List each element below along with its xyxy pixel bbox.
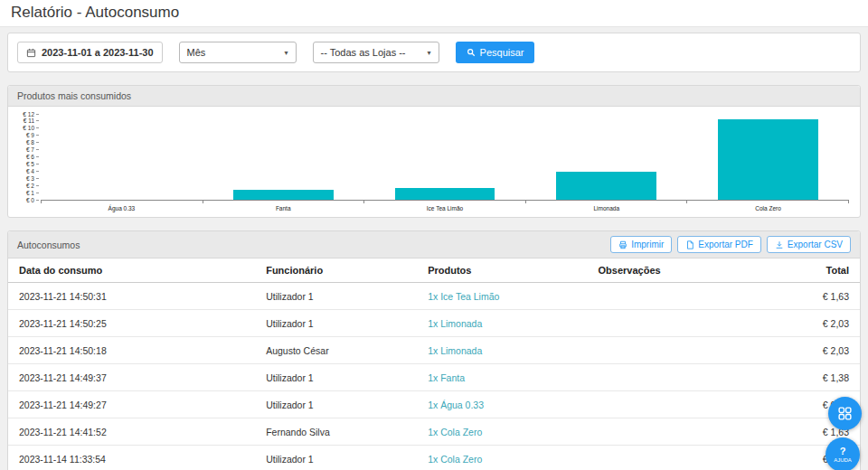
bar[interactable] [395, 188, 495, 200]
calendar-icon [26, 48, 36, 58]
print-button[interactable]: Imprimir [610, 236, 672, 253]
help-button-label: AJUDA [834, 456, 852, 464]
cell-observations [588, 364, 741, 391]
bar-slot [687, 114, 849, 200]
y-axis-tick-label: € 12 [23, 111, 39, 118]
cell-products[interactable]: 1x Cola Zero [417, 418, 587, 446]
chart-panel: Produtos mais consumidos € 0€ 1€ 2€ 3€ 4… [7, 85, 861, 218]
bar[interactable] [718, 119, 818, 200]
autoconsumos-table: Data do consumo Funcionário Produtos Obs… [8, 258, 860, 470]
cell-products[interactable]: 1x Cola Zero [417, 446, 587, 470]
cell-date: 2023-11-14 11:33:54 [8, 446, 255, 470]
autoconsumos-panel: Autoconsumos Imprimir Exportar PDF Expor… [7, 230, 861, 470]
bar-slot [41, 114, 203, 200]
col-header-total: Total [741, 258, 860, 283]
autoconsumos-panel-title: Autoconsumos [17, 240, 80, 250]
table-row: 2023-11-21 14:49:27Utilizador 11x Água 0… [8, 391, 860, 418]
period-select[interactable]: Mês ▾ [179, 42, 297, 63]
filter-bar: 2023-11-01 a 2023-11-30 Mês ▾ -- Todas a… [7, 33, 861, 72]
cell-date: 2023-11-21 14:50:31 [8, 283, 255, 310]
table-row: 2023-11-21 14:50:31Utilizador 11x Ice Te… [8, 283, 860, 310]
question-icon: ? [840, 446, 846, 456]
y-axis-tick-label: € 1 [26, 190, 39, 196]
y-axis-tick-label: € 6 [26, 154, 39, 160]
cell-employee: Fernando Silva [255, 418, 417, 446]
y-axis-tick-label: € 4 [26, 168, 39, 174]
date-range-value: 2023-11-01 a 2023-11-30 [42, 47, 154, 58]
bar-slot [364, 114, 526, 200]
export-csv-button[interactable]: Exportar CSV [767, 236, 851, 253]
chart-plot-area [41, 114, 849, 201]
cell-products[interactable]: 1x Água 0.33 [417, 391, 587, 418]
apps-button[interactable] [828, 397, 862, 430]
cell-employee: Augusto César [255, 337, 417, 364]
search-button-label: Pesquisar [480, 47, 524, 58]
chart-x-axis-labels: Água 0.33FantaIce Tea LimãoLimonadaCola … [41, 203, 849, 212]
bar-slot [525, 114, 687, 200]
x-axis-label: Ice Tea Limão [364, 203, 526, 212]
table-header-row: Data do consumo Funcionário Produtos Obs… [8, 258, 860, 283]
y-axis-tick-label: € 7 [26, 146, 39, 153]
help-button[interactable]: ? AJUDA [826, 437, 860, 470]
export-pdf-button[interactable]: Exportar PDF [677, 236, 761, 253]
col-header-observations: Observações [588, 258, 741, 283]
x-axis-label: Limonada [525, 203, 687, 212]
col-header-products: Produtos [417, 258, 587, 283]
cell-date: 2023-11-21 14:49:37 [8, 364, 255, 391]
page-title: Relatório - Autoconsumo [11, 5, 857, 21]
cell-total: € 2,03 [741, 310, 860, 337]
col-header-date: Data do consumo [8, 258, 255, 283]
search-button[interactable]: Pesquisar [456, 42, 535, 63]
chevron-down-icon: ▾ [428, 49, 431, 57]
file-pdf-icon [685, 240, 694, 249]
search-icon [467, 48, 476, 57]
printer-icon [618, 240, 627, 249]
bar[interactable] [233, 190, 334, 200]
y-axis-tick-label: € 11 [24, 118, 39, 124]
autoconsumos-panel-header: Autoconsumos Imprimir Exportar PDF Expor… [8, 231, 860, 258]
table-row: 2023-11-21 14:49:37Utilizador 11x Fanta€… [8, 364, 860, 391]
export-pdf-button-label: Exportar PDF [698, 240, 753, 249]
cell-observations [588, 310, 741, 337]
col-header-employee: Funcionário [255, 258, 417, 283]
cell-observations [588, 283, 741, 310]
x-axis-label: Água 0.33 [41, 203, 203, 212]
chart-y-axis: € 0€ 1€ 2€ 3€ 4€ 5€ 6€ 7€ 8€ 9€ 10€ 11€ … [14, 114, 41, 200]
y-axis-tick-label: € 3 [26, 175, 39, 182]
bar-slot [203, 114, 364, 200]
store-select[interactable]: -- Todas as Lojas -- ▾ [313, 42, 439, 63]
cell-products[interactable]: 1x Ice Tea Limão [417, 283, 587, 310]
chevron-down-icon: ▾ [285, 49, 288, 57]
store-select-value: -- Todas as Lojas -- [321, 47, 406, 58]
y-axis-tick-label: € 9 [26, 132, 39, 138]
cell-date: 2023-11-21 14:50:25 [8, 310, 255, 337]
cell-employee: Utilizador 1 [255, 283, 417, 310]
table-row: 2023-11-21 14:50:18Augusto César1x Limon… [8, 337, 860, 364]
chart-panel-title: Produtos mais consumidos [17, 90, 131, 101]
cell-products[interactable]: 1x Fanta [417, 364, 587, 391]
cell-observations [588, 337, 741, 364]
cell-products[interactable]: 1x Limonada [417, 310, 587, 337]
cell-total: € 1,63 [741, 283, 860, 310]
cell-employee: Utilizador 1 [255, 364, 417, 391]
export-csv-button-label: Exportar CSV [788, 240, 843, 249]
table-row: 2023-11-21 14:50:25Utilizador 11x Limona… [8, 310, 860, 337]
page-header: Relatório - Autoconsumo [0, 0, 868, 27]
y-axis-tick-label: € 10 [23, 125, 39, 131]
bar[interactable] [556, 172, 656, 200]
cell-date: 2023-11-21 14:49:27 [8, 391, 255, 418]
cell-total: € 1,38 [741, 364, 860, 391]
cell-observations [588, 418, 741, 446]
x-axis-label: Cola Zero [687, 203, 849, 212]
table-body: 2023-11-21 14:50:31Utilizador 11x Ice Te… [8, 283, 860, 470]
cell-products[interactable]: 1x Limonada [417, 337, 587, 364]
print-button-label: Imprimir [631, 240, 664, 249]
x-axis-label: Fanta [203, 203, 364, 212]
chart-panel-header: Produtos mais consumidos [8, 86, 860, 107]
table-row: 2023-11-14 11:33:54Utilizador 11x Cola Z… [8, 446, 860, 470]
cell-observations [588, 446, 741, 470]
bar-chart: € 0€ 1€ 2€ 3€ 4€ 5€ 6€ 7€ 8€ 9€ 10€ 11€ … [8, 107, 860, 217]
cell-date: 2023-11-21 14:41:52 [8, 418, 255, 446]
date-range-picker[interactable]: 2023-11-01 a 2023-11-30 [17, 42, 163, 63]
period-select-value: Mês [187, 47, 206, 58]
